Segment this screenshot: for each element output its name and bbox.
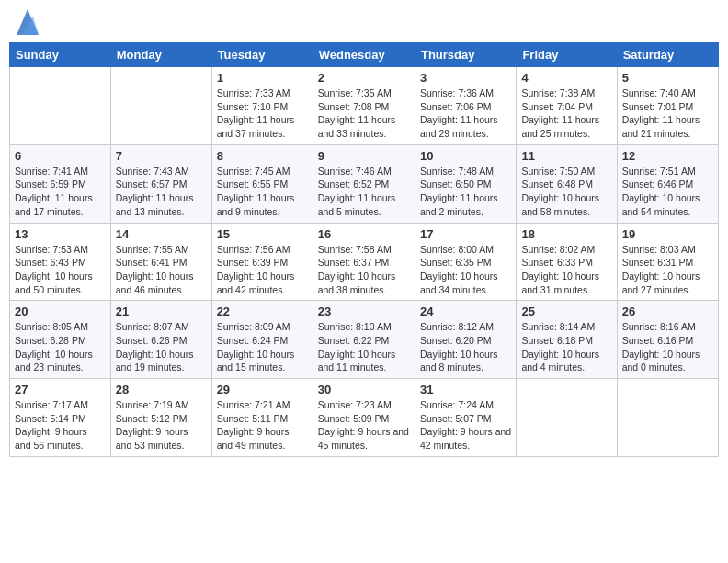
- calendar-cell: 12Sunrise: 7:51 AM Sunset: 6:46 PM Dayli…: [617, 144, 718, 223]
- day-detail: Sunrise: 7:36 AM Sunset: 7:06 PM Dayligh…: [420, 86, 511, 141]
- day-number: 14: [116, 227, 207, 241]
- calendar-cell: 14Sunrise: 7:55 AM Sunset: 6:41 PM Dayli…: [110, 223, 211, 301]
- day-number: 1: [217, 71, 308, 85]
- day-detail: Sunrise: 7:55 AM Sunset: 6:41 PM Dayligh…: [116, 243, 207, 297]
- calendar-week-row: 6Sunrise: 7:41 AM Sunset: 6:59 PM Daylig…: [10, 144, 719, 223]
- calendar-cell: 15Sunrise: 7:56 AM Sunset: 6:39 PM Dayli…: [211, 223, 313, 301]
- day-number: 16: [318, 227, 410, 241]
- calendar-cell: 31Sunrise: 7:24 AM Sunset: 5:07 PM Dayli…: [415, 379, 516, 457]
- day-detail: Sunrise: 8:12 AM Sunset: 6:20 PM Dayligh…: [420, 320, 511, 374]
- calendar-cell: [517, 379, 617, 457]
- calendar-cell: 17Sunrise: 8:00 AM Sunset: 6:35 PM Dayli…: [415, 223, 516, 301]
- calendar-cell: 19Sunrise: 8:03 AM Sunset: 6:31 PM Dayli…: [617, 223, 718, 301]
- calendar-table: SundayMondayTuesdayWednesdayThursdayFrid…: [9, 42, 719, 457]
- calendar-cell: 27Sunrise: 7:17 AM Sunset: 5:14 PM Dayli…: [10, 379, 111, 457]
- day-number: 19: [622, 227, 713, 241]
- weekday-header-thursday: Thursday: [415, 43, 516, 67]
- day-number: 5: [622, 71, 713, 85]
- weekday-header-row: SundayMondayTuesdayWednesdayThursdayFrid…: [10, 43, 719, 67]
- day-detail: Sunrise: 7:33 AM Sunset: 7:10 PM Dayligh…: [217, 86, 308, 141]
- day-detail: Sunrise: 8:00 AM Sunset: 6:35 PM Dayligh…: [420, 243, 511, 297]
- calendar-week-row: 1Sunrise: 7:33 AM Sunset: 7:10 PM Daylig…: [10, 67, 719, 145]
- calendar-cell: 20Sunrise: 8:05 AM Sunset: 6:28 PM Dayli…: [10, 301, 111, 379]
- day-number: 8: [217, 149, 308, 163]
- calendar-cell: 4Sunrise: 7:38 AM Sunset: 7:04 PM Daylig…: [517, 67, 617, 145]
- day-number: 31: [420, 383, 511, 396]
- calendar-cell: 11Sunrise: 7:50 AM Sunset: 6:48 PM Dayli…: [517, 144, 617, 223]
- calendar-cell: 9Sunrise: 7:46 AM Sunset: 6:52 PM Daylig…: [313, 144, 415, 223]
- day-detail: Sunrise: 7:56 AM Sunset: 6:39 PM Dayligh…: [217, 243, 308, 297]
- day-detail: Sunrise: 7:24 AM Sunset: 5:07 PM Dayligh…: [420, 398, 511, 453]
- calendar-cell: 30Sunrise: 7:23 AM Sunset: 5:09 PM Dayli…: [313, 379, 415, 457]
- day-number: 27: [15, 383, 106, 396]
- calendar-cell: 23Sunrise: 8:10 AM Sunset: 6:22 PM Dayli…: [313, 301, 415, 379]
- day-detail: Sunrise: 7:45 AM Sunset: 6:55 PM Dayligh…: [217, 165, 308, 219]
- day-detail: Sunrise: 7:38 AM Sunset: 7:04 PM Dayligh…: [521, 86, 611, 141]
- day-detail: Sunrise: 8:16 AM Sunset: 6:16 PM Dayligh…: [622, 320, 713, 374]
- calendar-cell: 10Sunrise: 7:48 AM Sunset: 6:50 PM Dayli…: [415, 144, 516, 223]
- day-number: 12: [622, 149, 713, 163]
- day-detail: Sunrise: 8:02 AM Sunset: 6:33 PM Dayligh…: [521, 243, 611, 297]
- day-number: 20: [15, 304, 106, 318]
- day-detail: Sunrise: 7:50 AM Sunset: 6:48 PM Dayligh…: [521, 165, 611, 219]
- day-number: 24: [420, 304, 511, 318]
- day-detail: Sunrise: 8:10 AM Sunset: 6:22 PM Dayligh…: [318, 320, 410, 374]
- day-detail: Sunrise: 7:41 AM Sunset: 6:59 PM Dayligh…: [15, 165, 106, 219]
- calendar-week-row: 13Sunrise: 7:53 AM Sunset: 6:43 PM Dayli…: [10, 223, 719, 301]
- day-detail: Sunrise: 7:46 AM Sunset: 6:52 PM Dayligh…: [318, 165, 410, 219]
- day-detail: Sunrise: 7:21 AM Sunset: 5:11 PM Dayligh…: [217, 398, 308, 453]
- day-number: 29: [217, 383, 308, 396]
- day-number: 28: [116, 383, 207, 396]
- calendar-cell: 13Sunrise: 7:53 AM Sunset: 6:43 PM Dayli…: [10, 223, 111, 301]
- calendar-cell: 5Sunrise: 7:40 AM Sunset: 7:01 PM Daylig…: [617, 67, 718, 145]
- calendar-week-row: 27Sunrise: 7:17 AM Sunset: 5:14 PM Dayli…: [10, 379, 719, 457]
- day-detail: Sunrise: 7:40 AM Sunset: 7:01 PM Dayligh…: [622, 86, 713, 141]
- day-detail: Sunrise: 7:19 AM Sunset: 5:12 PM Dayligh…: [116, 398, 207, 453]
- day-number: 25: [521, 304, 611, 318]
- day-detail: Sunrise: 7:48 AM Sunset: 6:50 PM Dayligh…: [420, 165, 511, 219]
- calendar-cell: 2Sunrise: 7:35 AM Sunset: 7:08 PM Daylig…: [313, 67, 415, 145]
- calendar-cell: 24Sunrise: 8:12 AM Sunset: 6:20 PM Dayli…: [415, 301, 516, 379]
- calendar-cell: 8Sunrise: 7:45 AM Sunset: 6:55 PM Daylig…: [211, 144, 313, 223]
- day-detail: Sunrise: 8:05 AM Sunset: 6:28 PM Dayligh…: [15, 320, 106, 374]
- day-number: 15: [217, 227, 308, 241]
- calendar-week-row: 20Sunrise: 8:05 AM Sunset: 6:28 PM Dayli…: [10, 301, 719, 379]
- calendar-cell: 26Sunrise: 8:16 AM Sunset: 6:16 PM Dayli…: [617, 301, 718, 379]
- logo-icon: [17, 9, 39, 35]
- calendar-cell: 3Sunrise: 7:36 AM Sunset: 7:06 PM Daylig…: [415, 67, 516, 145]
- calendar-cell: 29Sunrise: 7:21 AM Sunset: 5:11 PM Dayli…: [211, 379, 313, 457]
- weekday-header-tuesday: Tuesday: [211, 43, 313, 67]
- day-detail: Sunrise: 7:53 AM Sunset: 6:43 PM Dayligh…: [15, 243, 106, 297]
- day-number: 9: [318, 149, 410, 163]
- day-number: 7: [116, 149, 207, 163]
- day-number: 6: [15, 149, 106, 163]
- day-detail: Sunrise: 7:17 AM Sunset: 5:14 PM Dayligh…: [15, 398, 106, 453]
- calendar-cell: 28Sunrise: 7:19 AM Sunset: 5:12 PM Dayli…: [110, 379, 211, 457]
- weekday-header-friday: Friday: [517, 43, 617, 67]
- calendar-cell: 25Sunrise: 8:14 AM Sunset: 6:18 PM Dayli…: [517, 301, 617, 379]
- weekday-header-sunday: Sunday: [10, 43, 111, 67]
- calendar-cell: [10, 67, 111, 145]
- day-detail: Sunrise: 7:23 AM Sunset: 5:09 PM Dayligh…: [318, 398, 410, 453]
- day-number: 23: [318, 304, 410, 318]
- day-number: 11: [521, 149, 611, 163]
- calendar-cell: 18Sunrise: 8:02 AM Sunset: 6:33 PM Dayli…: [517, 223, 617, 301]
- day-detail: Sunrise: 7:58 AM Sunset: 6:37 PM Dayligh…: [318, 243, 410, 297]
- day-number: 3: [420, 71, 511, 85]
- calendar-cell: 22Sunrise: 8:09 AM Sunset: 6:24 PM Dayli…: [211, 301, 313, 379]
- page-header: [9, 9, 719, 35]
- day-number: 22: [217, 304, 308, 318]
- day-detail: Sunrise: 7:51 AM Sunset: 6:46 PM Dayligh…: [622, 165, 713, 219]
- day-detail: Sunrise: 7:35 AM Sunset: 7:08 PM Dayligh…: [318, 86, 410, 141]
- day-detail: Sunrise: 8:03 AM Sunset: 6:31 PM Dayligh…: [622, 243, 713, 297]
- day-number: 30: [318, 383, 410, 396]
- calendar-cell: [110, 67, 211, 145]
- day-number: 21: [116, 304, 207, 318]
- day-number: 18: [521, 227, 611, 241]
- day-detail: Sunrise: 8:07 AM Sunset: 6:26 PM Dayligh…: [116, 320, 207, 374]
- day-number: 13: [15, 227, 106, 241]
- calendar-cell: [617, 379, 718, 457]
- calendar-cell: 21Sunrise: 8:07 AM Sunset: 6:26 PM Dayli…: [110, 301, 211, 379]
- calendar-cell: 6Sunrise: 7:41 AM Sunset: 6:59 PM Daylig…: [10, 144, 111, 223]
- day-number: 17: [420, 227, 511, 241]
